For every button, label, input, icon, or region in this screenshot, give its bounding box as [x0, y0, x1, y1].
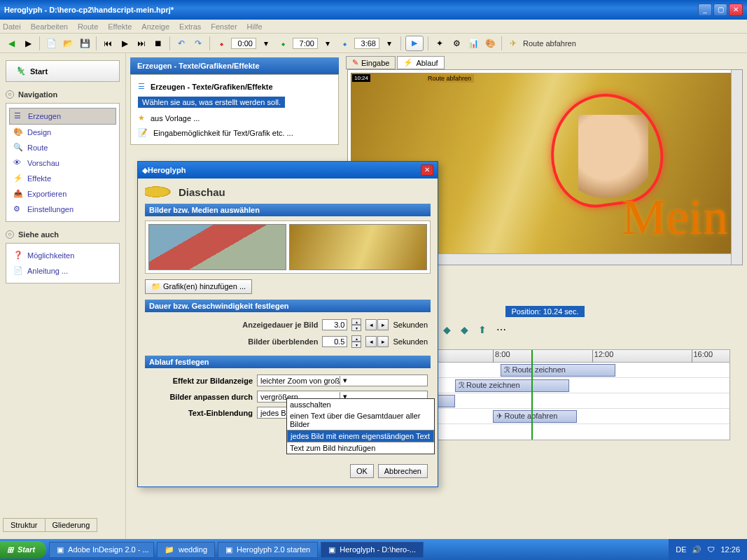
- task-indesign[interactable]: ▣Adobe InDesign 2.0 - ...: [49, 542, 154, 558]
- blend-right-icon[interactable]: ▸: [377, 336, 389, 347]
- dd-opt-each-text[interactable]: jedes Bild mit einem eigenständigen Text: [287, 430, 434, 442]
- nav-effekte[interactable]: ⚡Effekte: [9, 171, 116, 186]
- timeline-playhead[interactable]: [531, 350, 533, 440]
- menu-anzeige[interactable]: Anzeige: [141, 22, 169, 31]
- nav-vorschau[interactable]: 👁Vorschau: [9, 155, 116, 171]
- dur-right-icon[interactable]: ▸: [377, 319, 389, 330]
- duration-input[interactable]: [322, 319, 347, 330]
- duration-spinner[interactable]: ▴▾: [351, 318, 361, 331]
- clip-1[interactable]: ℛ Route zeichnen: [501, 364, 615, 377]
- fit-label: Bilder anpassen durch: [148, 393, 253, 401]
- tray-lang[interactable]: DE: [676, 545, 686, 554]
- clip-4[interactable]: ✈ Route abfahren: [493, 410, 577, 423]
- start-button[interactable]: 🦎 Start: [6, 60, 120, 82]
- save-icon[interactable]: 💾: [78, 36, 92, 50]
- open-icon[interactable]: 📂: [61, 36, 75, 50]
- skip-end-icon[interactable]: ⏭: [134, 36, 148, 50]
- task-heroglyph-main[interactable]: ▣Heroglyph - D:\hero-...: [321, 542, 424, 558]
- stop-icon[interactable]: ⏹: [151, 36, 165, 50]
- blend-input[interactable]: [322, 336, 347, 347]
- nav-header[interactable]: ○ Navigation: [6, 90, 120, 99]
- nav-route[interactable]: 🔍Route: [9, 140, 116, 155]
- seconds-label: Sekunden: [393, 321, 428, 329]
- menu-route[interactable]: Route: [78, 22, 98, 31]
- clip-2[interactable]: ℛ Route zeichnen: [455, 379, 570, 392]
- time-field-2[interactable]: 7:00: [293, 38, 318, 49]
- start-menu-button[interactable]: ⊞ Start: [0, 541, 46, 559]
- opt-eingabe[interactable]: 📝Eingabemöglichkeit für Text/Grafik etc.…: [135, 125, 334, 140]
- thumbnail-1[interactable]: [148, 224, 286, 270]
- skip-start-icon[interactable]: ⏮: [101, 36, 115, 50]
- tl-diamond2-icon[interactable]: ◆: [443, 324, 451, 335]
- main-play-button[interactable]: ▶: [405, 36, 424, 51]
- tab-gliederung[interactable]: Gliederung: [45, 518, 98, 532]
- preview-vscroll[interactable]: [731, 70, 742, 265]
- undo-icon[interactable]: ↶: [174, 36, 188, 50]
- nav-einstellungen[interactable]: ⚙Einstellungen: [9, 202, 116, 217]
- tray-icon[interactable]: 🔊: [692, 545, 701, 554]
- tab-eingabe[interactable]: ✎Eingabe: [346, 56, 396, 69]
- dd-opt-off[interactable]: ausschalten: [287, 399, 434, 410]
- menu-bearbeiten[interactable]: Bearbeiten: [31, 22, 68, 31]
- nav-erzeugen[interactable]: ☰Erzeugen: [9, 108, 116, 125]
- close-button[interactable]: ✕: [729, 4, 743, 16]
- nav-design[interactable]: 🎨Design: [9, 125, 116, 140]
- time1-dd-icon[interactable]: ▾: [259, 36, 273, 50]
- maximize-button[interactable]: ▢: [713, 4, 727, 16]
- list-icon: ☰: [138, 82, 145, 91]
- menu-datei[interactable]: Datei: [3, 22, 21, 31]
- tool-b-icon[interactable]: ⚙: [449, 36, 463, 50]
- thumbnail-2[interactable]: [289, 224, 427, 270]
- menu-fenster[interactable]: Fenster: [211, 22, 237, 31]
- tool-a-icon[interactable]: ✦: [433, 36, 447, 50]
- dialog-ok-button[interactable]: OK: [350, 464, 374, 478]
- marker-blue-icon[interactable]: ⬥: [337, 36, 351, 50]
- new-icon[interactable]: 📄: [44, 36, 58, 50]
- dialog-close-button[interactable]: ✕: [421, 164, 433, 176]
- see-also-header[interactable]: ○ Siehe auch: [6, 230, 120, 239]
- time2-dd-icon[interactable]: ▾: [321, 36, 335, 50]
- nav-exportieren[interactable]: 📤Exportieren: [9, 186, 116, 202]
- see-anleitung[interactable]: 📄Anleitung ...: [9, 263, 116, 279]
- marker-red-icon[interactable]: ⬥: [214, 36, 228, 50]
- effect-select[interactable]: leichter Zoom von groß▾: [257, 374, 428, 386]
- task-heroglyph-start[interactable]: ▣Heroglyph 2.0 starten: [218, 542, 318, 558]
- dd-opt-one-text[interactable]: einen Text über die Gesamtdauer aller Bi…: [287, 410, 434, 430]
- menu-effekte[interactable]: Effekte: [108, 22, 132, 31]
- opt-vorlage[interactable]: ★aus Vorlage ...: [135, 111, 334, 125]
- play-icon[interactable]: ▶: [118, 36, 132, 50]
- blend-spinner[interactable]: ▴▾: [351, 335, 361, 348]
- redo-icon[interactable]: ↷: [191, 36, 205, 50]
- forward-icon[interactable]: ▶: [21, 36, 35, 50]
- tray-icon[interactable]: 🛡: [707, 545, 715, 554]
- dialog-titlebar[interactable]: ◆ Heroglyph ✕: [138, 162, 438, 178]
- tray-clock[interactable]: 12:26: [720, 545, 740, 554]
- tool-d-icon[interactable]: 🎨: [483, 36, 497, 50]
- system-tray[interactable]: DE 🔊 🛡 12:26: [669, 539, 747, 560]
- chevron-down-icon[interactable]: ▾: [340, 376, 425, 385]
- marker-green-icon[interactable]: ⬥: [276, 36, 290, 50]
- tl-up-icon[interactable]: ⬆: [478, 324, 487, 335]
- route-icon[interactable]: ✈: [506, 36, 520, 50]
- dd-opt-add-text[interactable]: Text zum Bild hinzufügen: [287, 442, 434, 454]
- design-icon: 🎨: [13, 127, 23, 137]
- tab-struktur[interactable]: Struktur: [3, 518, 46, 532]
- time3-dd-icon[interactable]: ▾: [382, 36, 396, 50]
- see-moeglichkeiten[interactable]: ❓Möglichkeiten: [9, 248, 116, 263]
- tab-ablauf[interactable]: ⚡Ablauf: [397, 56, 444, 69]
- time-field-3[interactable]: 3:68: [354, 38, 379, 49]
- dialog-cancel-button[interactable]: Abbrechen: [378, 464, 428, 478]
- tl-diamond3-icon[interactable]: ◆: [461, 324, 468, 335]
- back-icon[interactable]: ◀: [4, 36, 18, 50]
- tl-more-icon[interactable]: ⋯: [496, 324, 506, 335]
- blend-left-icon[interactable]: ◂: [365, 336, 377, 347]
- task-wedding[interactable]: 📁wedding: [157, 542, 215, 558]
- dur-left-icon[interactable]: ◂: [365, 319, 377, 330]
- route-button-label[interactable]: Route abfahren: [523, 39, 576, 48]
- time-field-1[interactable]: 0:00: [231, 38, 256, 49]
- menu-hilfe[interactable]: Hilfe: [247, 22, 263, 31]
- tool-c-icon[interactable]: 📊: [466, 36, 480, 50]
- menu-extras[interactable]: Extras: [179, 22, 201, 31]
- add-graphics-button[interactable]: 📁 Grafik(en) hinzufügen ...: [145, 279, 252, 294]
- minimize-button[interactable]: _: [698, 4, 712, 16]
